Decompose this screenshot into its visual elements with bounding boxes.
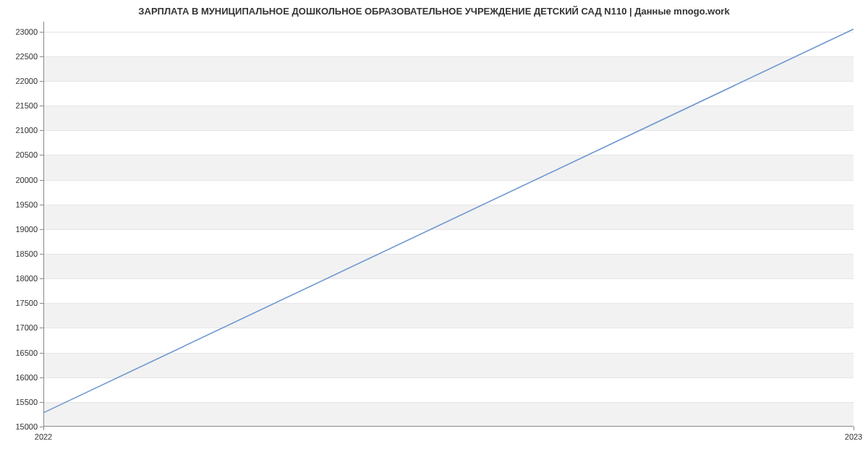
y-tick-label: 16000 bbox=[15, 373, 38, 382]
data-line bbox=[43, 29, 854, 413]
y-tick-label: 21000 bbox=[15, 126, 38, 134]
y-tick bbox=[40, 205, 43, 205]
y-tick bbox=[40, 353, 43, 354]
y-tick-label: 22000 bbox=[15, 77, 38, 85]
y-tick-label: 20500 bbox=[15, 150, 38, 159]
y-tick-label: 15000 bbox=[15, 422, 38, 431]
chart-container: ЗАРПЛАТА В МУНИЦИПАЛЬНОЕ ДОШКОЛЬНОЕ ОБРА… bbox=[0, 0, 868, 470]
y-tick bbox=[40, 56, 43, 57]
x-tick bbox=[854, 427, 854, 430]
y-tick-label: 21500 bbox=[15, 101, 38, 110]
y-tick-label: 18000 bbox=[15, 274, 38, 283]
y-tick-label: 15500 bbox=[15, 398, 38, 406]
plot-area: 1500015500160001650017000175001800018500… bbox=[43, 22, 854, 427]
y-tick-label: 16500 bbox=[15, 349, 38, 357]
y-tick bbox=[40, 155, 43, 155]
y-tick-label: 19500 bbox=[15, 200, 38, 209]
y-tick-label: 19000 bbox=[15, 225, 38, 234]
x-tick-label: 2023 bbox=[845, 432, 862, 441]
chart-title: ЗАРПЛАТА В МУНИЦИПАЛЬНОЕ ДОШКОЛЬНОЕ ОБРА… bbox=[0, 6, 868, 17]
y-tick bbox=[40, 278, 43, 279]
y-tick bbox=[40, 32, 43, 33]
y-tick bbox=[40, 328, 43, 328]
y-tick bbox=[40, 229, 43, 230]
x-tick bbox=[43, 427, 44, 430]
line-series bbox=[43, 22, 854, 427]
y-tick bbox=[40, 130, 43, 131]
y-tick bbox=[40, 81, 43, 82]
y-tick-label: 20000 bbox=[15, 176, 38, 184]
y-tick-label: 17500 bbox=[15, 299, 38, 307]
y-tick bbox=[40, 402, 43, 403]
x-tick-label: 2022 bbox=[35, 432, 52, 441]
y-tick-label: 23000 bbox=[15, 27, 38, 36]
y-tick bbox=[40, 303, 43, 304]
y-tick bbox=[40, 106, 43, 106]
y-tick bbox=[40, 377, 43, 378]
y-tick bbox=[40, 254, 43, 255]
y-tick-label: 18500 bbox=[15, 249, 38, 258]
y-tick bbox=[40, 180, 43, 181]
y-tick-label: 22500 bbox=[15, 52, 38, 61]
y-tick-label: 17000 bbox=[15, 323, 38, 332]
